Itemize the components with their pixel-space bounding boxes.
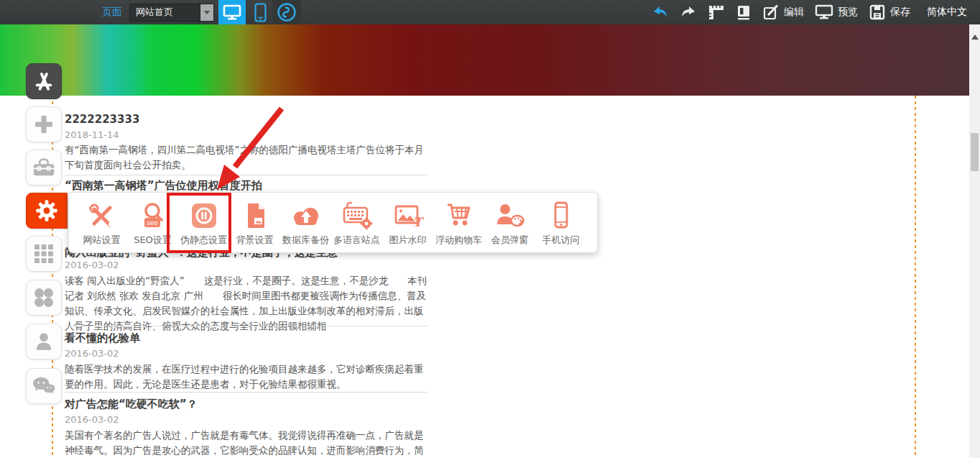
- popup-item-label: 浮动购物车: [435, 234, 482, 247]
- popup-item-label: SEO设置: [134, 234, 172, 247]
- popup-item-floating-cart[interactable]: 浮动购物车: [433, 199, 484, 247]
- popup-item-pseudo-static[interactable]: 伪静态设置: [178, 199, 229, 247]
- article-summary: 随着医学技术的发展，在医疗过程中进行的化验项目越来越多，它对诊断疾病起着重要的作…: [65, 362, 429, 392]
- undo-button[interactable]: [652, 5, 669, 19]
- ruler-button[interactable]: [708, 4, 725, 21]
- mobile-phone-outline-icon: [254, 3, 267, 22]
- cloud-backup-icon: [290, 199, 323, 232]
- editor-screen: 页面 网站首页: [0, 0, 980, 458]
- toolbar-right-group: 编辑 预览: [652, 4, 980, 21]
- plus-icon: [33, 114, 55, 135]
- scrollbar-track[interactable]: [969, 24, 980, 458]
- mobile-phone-icon: [545, 199, 577, 232]
- sidebar-item-toolbox[interactable]: [26, 150, 62, 186]
- sidebar-item-design[interactable]: [26, 63, 62, 99]
- toolbox-icon: [32, 157, 56, 178]
- member-popup-icon: [494, 199, 527, 232]
- article-date: 2018-11-14: [65, 129, 429, 140]
- wechat-icon: [32, 376, 56, 396]
- top-toolbar: 页面 网站首页: [0, 0, 980, 24]
- preview-monitor-icon: [815, 4, 833, 21]
- article-title[interactable]: 2222223333: [65, 113, 429, 126]
- page-header-banner: [0, 24, 980, 96]
- appstore-icon: [32, 69, 56, 93]
- desktop-monitor-icon: [223, 4, 241, 21]
- popup-item-label: 背景设置: [236, 234, 274, 247]
- guide-line-right: [915, 96, 916, 458]
- preview-button[interactable]: 预览: [815, 4, 858, 21]
- article-summary: 读客 闯入出版业的“野蛮人” 这是行业，不是圈子。这是生意，不是沙龙 本刊记者 …: [65, 273, 429, 334]
- redo-icon: [680, 5, 697, 19]
- language-switch[interactable]: 简体中文: [927, 6, 967, 19]
- article-title[interactable]: 对广告怎能“吃硬不吃软”？: [65, 398, 429, 411]
- article-summary: 美国有个著名的广告人说过，广告就是有毒气体。我觉得说得再准确一点，广告就是神经毒…: [65, 428, 429, 458]
- popup-item-seo-settings[interactable]: seo SEO设置: [127, 199, 178, 247]
- save-floppy-icon: [869, 4, 886, 21]
- popup-item-member-popup[interactable]: 会员弹窗: [484, 199, 535, 247]
- popup-item-label: 网站设置: [83, 234, 121, 247]
- sidebar-item-members[interactable]: [26, 324, 62, 359]
- scrollbar-thumb[interactable]: [971, 133, 979, 171]
- wrench-screwdriver-icon: [86, 199, 118, 232]
- image-watermark-icon: T: [392, 199, 425, 232]
- pseudo-static-icon: [188, 199, 220, 232]
- article-title[interactable]: 看不懂的化验单: [65, 331, 429, 345]
- keyboard-gear-icon: [341, 199, 374, 232]
- grid-icon: [33, 243, 55, 265]
- mobile-view-button[interactable]: [254, 3, 267, 22]
- sidebar-item-plugins[interactable]: [26, 280, 62, 316]
- sidebar-item-settings-active[interactable]: [26, 193, 68, 229]
- popup-item-label: 数据库备份: [282, 234, 329, 247]
- popup-item-database-backup[interactable]: 数据库备份: [280, 199, 331, 247]
- dropdown-arrow-button[interactable]: [200, 4, 213, 21]
- article-divider: [65, 326, 427, 326]
- sidebar-item-modules[interactable]: [26, 236, 62, 272]
- popup-item-mobile-access[interactable]: 手机访问: [535, 199, 586, 247]
- popup-item-label: 图片水印: [389, 234, 427, 247]
- svg-text:seo: seo: [147, 219, 158, 226]
- scrollbar-up-arrow[interactable]: [971, 35, 979, 40]
- popup-item-multilanguage-site[interactable]: 多语言站点: [331, 199, 382, 247]
- link-icon: [277, 2, 297, 22]
- article-summary: 有“西南第一高钢塔，四川第二高电视塔”之称的德阳广播电视塔主塔广告位将于本月下旬…: [65, 142, 429, 173]
- save-label: 保存: [890, 6, 910, 19]
- link-tool-button[interactable]: [272, 0, 301, 24]
- desktop-view-button[interactable]: [218, 0, 246, 24]
- toolbar-left-group: 页面 网站首页: [0, 0, 301, 24]
- shopping-cart-icon: [443, 199, 476, 232]
- page-select-dropdown[interactable]: 网站首页: [129, 4, 214, 22]
- page-select-value: 网站首页: [130, 6, 200, 19]
- article-date: 2016-03-02: [65, 348, 429, 359]
- sidebar-item-add[interactable]: [26, 106, 62, 142]
- popup-item-label: 伪静态设置: [180, 234, 227, 247]
- popup-item-image-watermark[interactable]: T 图片水印: [382, 199, 433, 247]
- popup-item-label: 会员弹窗: [491, 234, 529, 247]
- article-title[interactable]: “西南第一高钢塔”广告位使用权首度开拍: [65, 179, 429, 193]
- article-divider: [65, 392, 427, 393]
- svg-text:T: T: [412, 215, 424, 229]
- edit-label: 编辑: [784, 6, 804, 19]
- preview-label: 预览: [838, 6, 858, 19]
- redo-button[interactable]: [680, 5, 697, 19]
- chevron-down-icon: [204, 11, 210, 14]
- article-divider: [65, 175, 427, 175]
- sidebar-item-wechat[interactable]: [26, 368, 62, 404]
- user-icon: [32, 330, 55, 353]
- popup-item-label: 多语言站点: [333, 234, 380, 247]
- seo-magnifier-icon: seo: [137, 199, 169, 232]
- undo-icon: [652, 5, 669, 19]
- clover-icon: [32, 286, 55, 309]
- save-button[interactable]: 保存: [869, 4, 910, 21]
- settings-popup: 网站设置 seo SEO设置: [68, 192, 598, 253]
- edit-button[interactable]: 编辑: [762, 4, 804, 21]
- columns-button[interactable]: [736, 4, 752, 21]
- columns-icon: [736, 4, 752, 21]
- popup-item-background-settings[interactable]: 背景设置: [229, 199, 280, 247]
- gear-icon: [34, 198, 60, 224]
- ruler-icon: [708, 4, 725, 21]
- popup-item-label: 手机访问: [542, 234, 580, 247]
- page-label: 页面: [102, 6, 122, 19]
- background-page-icon: [239, 199, 271, 232]
- popup-item-site-settings[interactable]: 网站设置: [76, 199, 127, 247]
- article-date: 2016-03-02: [65, 414, 429, 425]
